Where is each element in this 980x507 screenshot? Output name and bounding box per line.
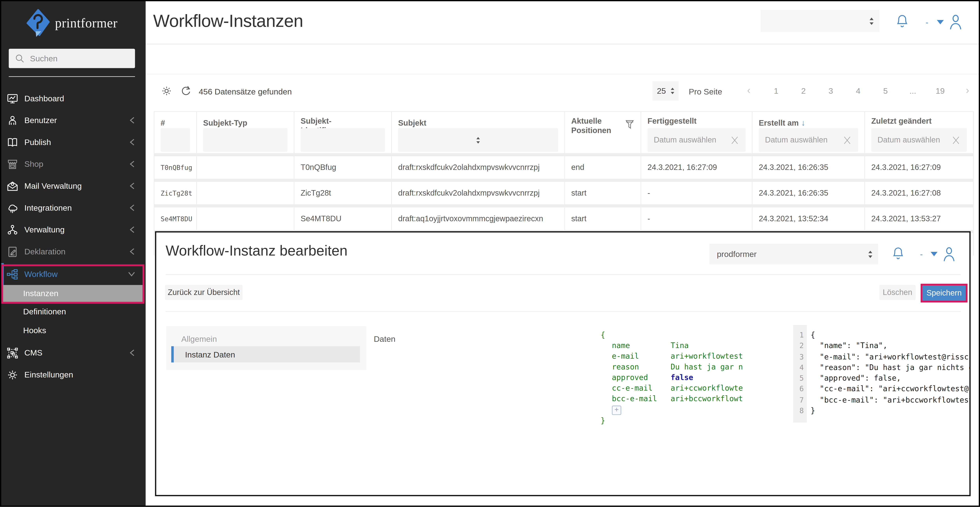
sidebar-item-label: Verwaltung	[24, 225, 65, 234]
col-header-fertiggestellt-am[interactable]: Fertiggestellt am Datum auswählen	[641, 112, 752, 153]
tree-row[interactable]: bcc-e-mailari+bccworkflowt	[601, 394, 743, 404]
clear-x-icon[interactable]	[843, 135, 852, 145]
page-number[interactable]: 5	[879, 86, 892, 95]
filter-input-subjekt-typ[interactable]	[203, 128, 287, 152]
sidebar-item-dashboard[interactable]: Dashboard	[0, 87, 146, 110]
sidebar-item-einstellungen[interactable]: Einstellungen	[0, 364, 146, 386]
account-person-icon[interactable]	[949, 14, 963, 30]
modal-client-select[interactable]: prodformer	[710, 244, 878, 264]
table-row[interactable]: Se4MT8DU Se4MT8DU draft:aq1oyjjrtvoxovmm…	[154, 208, 974, 230]
filter-input-subjekt-identifier[interactable]	[301, 128, 385, 152]
date-filter-fertiggestellt[interactable]: Datum auswählen	[648, 128, 746, 152]
sidebar-item-integrationen[interactable]: Integrationen	[0, 197, 146, 219]
code-line: 5 "approved": false,	[793, 373, 969, 384]
tree-row[interactable]: nameTina	[601, 341, 743, 351]
search-icon	[15, 54, 25, 64]
account-dash: -	[926, 17, 929, 27]
sort-desc-arrow-icon[interactable]: ↓	[801, 118, 805, 127]
updown-arrows-icon	[476, 136, 481, 144]
chevron-left-icon	[129, 204, 136, 212]
tab-instanz-daten[interactable]: Instanz Daten	[171, 346, 360, 362]
per-page-value: 25	[657, 86, 666, 95]
sidebar-item-cms[interactable]: CMS	[0, 342, 146, 364]
json-code-editor[interactable]: 1{ 2 "name": "Tina", 3 "e-mail": "ari+wo…	[793, 325, 969, 431]
clear-x-icon[interactable]	[730, 135, 740, 145]
sidebar-subitem-hooks[interactable]: Hooks	[0, 321, 146, 339]
user-icon	[6, 113, 19, 127]
add-property-button[interactable]: +	[612, 405, 621, 415]
back-to-overview-button[interactable]: Zurück zur Übersicht	[165, 285, 242, 300]
header-account-area: -	[896, 14, 963, 30]
filter-funnel-icon[interactable]	[625, 119, 635, 130]
sidebar-item-label: Integrationen	[24, 203, 72, 213]
col-header-subjekt-typ[interactable]: Subjekt-Typ	[197, 112, 294, 153]
sidebar-item-label: Dashboard	[24, 94, 64, 103]
date-filter-erstellt[interactable]: Datum auswählen	[759, 128, 858, 152]
sidebar-item-publish[interactable]: Publish	[0, 131, 146, 153]
code-line: 8}	[793, 406, 969, 416]
page-number[interactable]: 2	[797, 86, 810, 95]
sidebar-item-verwaltung[interactable]: Verwaltung	[0, 219, 146, 241]
col-header-subjekt[interactable]: Subjekt	[392, 112, 565, 153]
page-number[interactable]: 4	[852, 86, 864, 95]
col-header-erstellt-am[interactable]: Erstellt am↓ Datum auswählen	[752, 112, 865, 153]
tree-row[interactable]: cc-e-mailari+ccworkflowte	[601, 383, 743, 394]
filter-select-subjekt[interactable]	[398, 128, 558, 152]
code-line: 2 "name": "Tina",	[793, 341, 969, 351]
shop-icon	[6, 157, 19, 171]
page-number[interactable]: 19	[934, 86, 947, 95]
subheader-divider	[146, 74, 980, 74]
table-row[interactable]: ZicTg28t ZicTg28t draft:rxskdfcukv2olahd…	[154, 182, 974, 204]
modal-divider-2	[165, 311, 961, 312]
table-row[interactable]: T0nQBfug T0nQBfug draft:rxskdfcukv2olahd…	[154, 156, 974, 179]
refresh-icon[interactable]	[180, 85, 192, 97]
tree-row[interactable]: reasonDu hast ja gar n	[601, 362, 743, 372]
json-tree-editor[interactable]: { nameTina e-mailari+workflowtest reason…	[601, 330, 743, 426]
sidebar-subitem-definitionen[interactable]: Definitionen	[0, 302, 146, 320]
cms-icon	[6, 346, 19, 360]
account-person-icon[interactable]	[943, 246, 956, 262]
tree-add-row: +	[601, 404, 743, 415]
page-prev[interactable]: ‹	[743, 85, 755, 96]
page-ellipsis: ...	[907, 86, 919, 95]
tree-row[interactable]: e-mailari+workflowtest	[601, 351, 743, 362]
code-line: 1{	[793, 330, 969, 341]
modal-title: Workflow-Instanz bearbeiten	[165, 242, 347, 259]
daten-label: Daten	[374, 334, 396, 344]
col-header-aktuelle-positionen[interactable]: Aktuelle Positionen	[565, 112, 641, 153]
sidebar-subitem-label: Hooks	[23, 326, 46, 335]
sidebar-item-shop[interactable]: Shop	[0, 153, 146, 175]
table-settings-gear-icon[interactable]	[161, 85, 173, 97]
tab-label: Instanz Daten	[185, 350, 235, 359]
sidebar-item-benutzer[interactable]: Benutzer	[0, 110, 146, 131]
results-count: 456 Datensätze gefunden	[199, 87, 292, 96]
page-number[interactable]: 1	[770, 86, 783, 95]
col-header-id[interactable]: #	[154, 112, 197, 153]
sidebar-item-workflow[interactable]: Workflow	[0, 263, 146, 285]
search-input[interactable]: Suchen	[9, 49, 135, 68]
col-header-subjekt-identifier[interactable]: Subjekt-Identifier	[294, 112, 392, 153]
bell-icon[interactable]	[896, 14, 908, 29]
page-number[interactable]: 3	[824, 86, 837, 95]
panel-section-label: Allgemein	[181, 334, 217, 344]
col-header-zuletzt-geaendert[interactable]: Zuletzt geändert am Datum auswählen	[865, 112, 974, 153]
updown-arrows-icon	[867, 250, 873, 259]
bell-icon[interactable]	[892, 247, 904, 261]
date-filter-geaendert[interactable]: Datum auswählen	[871, 128, 967, 152]
sidebar-item-deklaration[interactable]: Deklaration	[0, 241, 146, 262]
delete-button[interactable]: Löschen	[880, 285, 916, 300]
page-next[interactable]: ›	[961, 85, 974, 96]
caret-down-icon[interactable]	[937, 20, 944, 24]
caret-down-icon[interactable]	[931, 252, 938, 256]
clear-x-icon[interactable]	[951, 135, 961, 145]
per-page-select[interactable]: 25	[652, 81, 679, 101]
sidebar-item-mail-verwaltung[interactable]: Mail Verwaltung	[0, 175, 146, 197]
client-select[interactable]	[760, 10, 880, 32]
tree-row[interactable]: approvedfalse	[601, 373, 743, 383]
save-button[interactable]: Speichern	[923, 286, 966, 300]
close-brace: }	[601, 416, 743, 426]
pagination: ‹ 1 2 3 4 5 ... 19 ›	[743, 82, 974, 99]
filter-input-id[interactable]	[161, 128, 190, 152]
sidebar-subitem-instanzen[interactable]: Instanzen	[0, 285, 146, 302]
search-placeholder: Suchen	[30, 54, 57, 63]
